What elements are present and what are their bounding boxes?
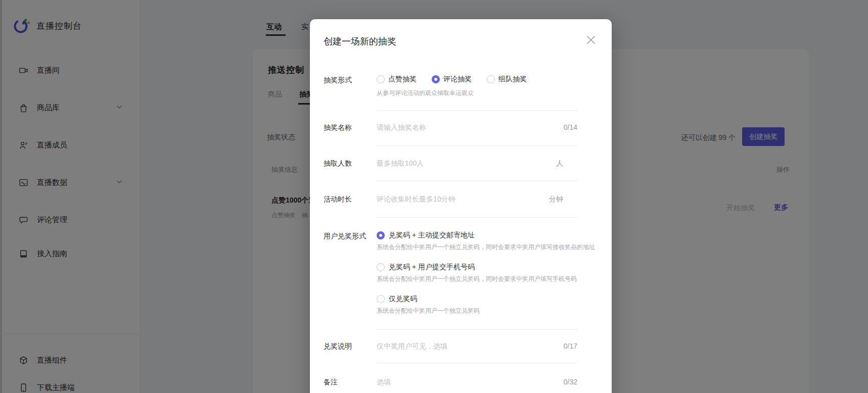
draw-count-label: 抽取人数 — [324, 159, 352, 168]
lottery-type-hint: 从参与评论活动的观众抽取幸运观众 — [377, 89, 474, 97]
radio-code-plus-address[interactable]: 兑奖码 + 主动提交邮寄地址 — [377, 231, 475, 240]
radio-circle-icon — [377, 263, 385, 271]
close-icon — [584, 33, 598, 46]
lottery-type-radio-group: 点赞抽奖 评论抽奖 组队抽奖 — [377, 75, 527, 84]
divider — [377, 363, 577, 363]
redeem-option-hint: 系统会分配给中奖用户一个独立兑奖码，同时会要求中奖用户填写手机号码 — [377, 275, 577, 283]
redeem-option-hint: 系统会分配给中奖用户一个独立兑奖码 — [377, 307, 480, 315]
duration-unit: 分钟 — [549, 195, 563, 204]
note-char-counter: 0/32 — [564, 378, 577, 386]
note-input[interactable] — [377, 377, 533, 387]
draw-count-unit: 人 — [556, 159, 563, 168]
lottery-name-label: 抽奖名称 — [324, 123, 352, 132]
radio-team-lottery[interactable]: 组队抽奖 — [487, 75, 527, 84]
duration-label: 活动时长 — [324, 195, 352, 204]
lottery-name-input[interactable] — [377, 122, 533, 132]
note-label: 备注 — [324, 378, 338, 387]
name-char-counter: 0/14 — [564, 123, 577, 131]
radio-like-lottery[interactable]: 点赞抽奖 — [377, 75, 417, 84]
divider — [377, 145, 577, 146]
radio-code-plus-phone[interactable]: 兑奖码 + 用户提交手机号码 — [377, 263, 475, 272]
duration-input[interactable] — [377, 194, 533, 204]
divider — [377, 329, 577, 330]
radio-label: 评论抽奖 — [443, 75, 472, 84]
divider — [377, 181, 577, 181]
redeem-instructions-input[interactable] — [377, 341, 533, 351]
lottery-type-label: 抽奖形式 — [324, 76, 352, 85]
radio-label: 点赞抽奖 — [388, 75, 417, 84]
modal-title: 创建一场新的抽奖 — [324, 35, 396, 47]
radio-code-only[interactable]: 仅兑奖码 — [377, 294, 417, 304]
radio-selected-icon — [377, 231, 385, 239]
radio-selected-icon — [432, 75, 440, 83]
divider — [377, 217, 577, 218]
radio-circle-icon — [377, 295, 385, 303]
app: 直播控制台 直播间 商品库 直播成员 — [0, 0, 868, 393]
redeem-option-hint: 系统会分配给中奖用户一个独立兑奖码，同时会要求中奖用户填写接收奖品的地址 — [377, 243, 595, 252]
redeem-type-label: 用户兑奖形式 — [324, 232, 366, 241]
divider — [377, 110, 577, 111]
draw-count-input[interactable] — [377, 158, 533, 168]
close-button[interactable] — [584, 33, 598, 46]
instructions-char-counter: 0/17 — [564, 342, 577, 350]
redeem-instructions-label: 兑奖说明 — [324, 342, 352, 351]
radio-label: 仅兑奖码 — [389, 294, 417, 304]
radio-circle-icon — [487, 75, 495, 83]
radio-label: 组队抽奖 — [498, 75, 527, 84]
radio-circle-icon — [377, 75, 385, 83]
create-lottery-modal: 创建一场新的抽奖 抽奖形式 点赞抽奖 评论抽奖 组队抽奖 从参与评论活动的观众抽… — [310, 19, 612, 393]
radio-comment-lottery[interactable]: 评论抽奖 — [432, 75, 472, 84]
radio-label: 兑奖码 + 用户提交手机号码 — [389, 263, 475, 272]
radio-label: 兑奖码 + 主动提交邮寄地址 — [389, 231, 475, 240]
